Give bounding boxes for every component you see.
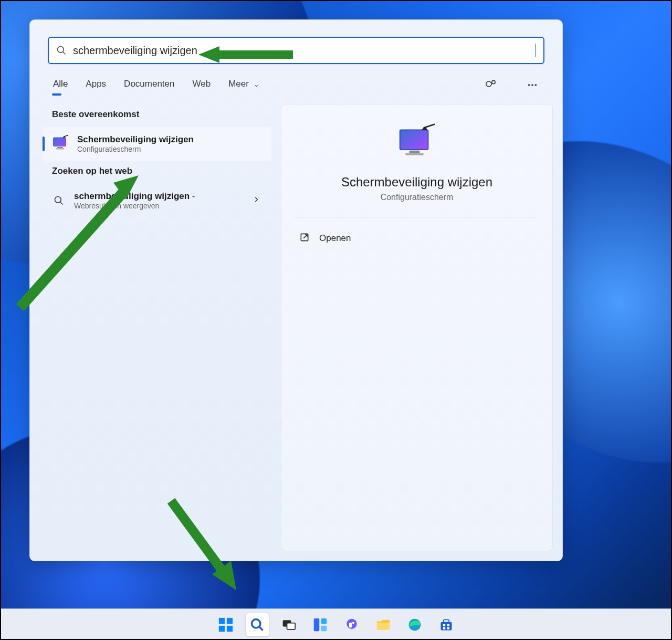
svg-rect-27 [227,617,233,623]
svg-point-5 [531,84,533,86]
filter-tabs: Alle Apps Documenten Web Meer ⌄ [30,71,562,104]
result-title-suffix: - [190,191,195,201]
svg-rect-44 [443,624,445,626]
search-bar[interactable]: schermbeveiliging wijzigen [48,37,544,64]
open-external-icon [299,232,310,245]
svg-point-2 [486,81,491,87]
tab-web[interactable]: Web [192,76,212,95]
action-open[interactable]: Openen [294,226,540,251]
svg-point-6 [535,84,537,86]
svg-point-4 [528,84,530,86]
search-icon [51,193,67,208]
svg-rect-29 [227,625,233,631]
svg-rect-16 [406,153,424,155]
more-options-button[interactable] [524,77,540,93]
svg-rect-46 [443,627,445,629]
chevron-down-icon: ⌄ [254,80,259,88]
svg-point-0 [58,47,64,53]
tab-label: Alle [53,79,68,89]
taskbar-taskview-button[interactable] [277,613,301,637]
divider [294,217,540,217]
chat-icon-button[interactable] [482,77,499,93]
result-subtitle: Configuratiescherm [77,145,194,153]
taskbar-widgets-button[interactable] [308,613,332,637]
action-label: Openen [319,233,351,244]
svg-rect-7 [54,138,66,146]
svg-rect-43 [444,620,449,622]
svg-rect-45 [447,624,449,626]
svg-line-13 [60,202,63,205]
svg-rect-9 [56,148,65,149]
result-title: schermbeveiliging wijzigen - [74,191,195,202]
svg-point-12 [55,197,61,203]
taskbar-file-explorer-button[interactable] [371,613,395,637]
monitor-icon [51,134,70,153]
web-search-heading: Zoeken op het web [43,161,271,184]
svg-point-30 [252,619,260,627]
best-match-heading: Beste overeenkomst [43,104,271,127]
taskbar-search-button[interactable] [245,613,269,637]
svg-rect-15 [410,151,420,153]
svg-rect-35 [321,618,327,624]
taskbar-store-button[interactable] [434,613,458,637]
chevron-right-icon [253,196,263,205]
result-title: Schermbeveiliging wijzigen [77,134,194,145]
taskbar [0,608,672,640]
preview-card: Schermbeveiliging wijzigen Configuraties… [281,104,553,551]
svg-rect-34 [314,618,320,631]
svg-rect-36 [321,625,327,631]
svg-rect-47 [447,627,449,629]
result-title-text: schermbeveiliging wijzigen [74,191,190,201]
taskbar-start-button[interactable] [214,613,238,637]
svg-rect-40 [377,623,390,629]
search-window: schermbeveiliging wijzigen Alle Apps Doc… [29,19,563,561]
tab-label: Meer [228,79,249,89]
tab-documents[interactable]: Documenten [123,76,175,95]
tab-all[interactable]: Alle [52,76,69,95]
results-list: Beste overeenkomst [39,104,271,551]
svg-rect-38 [349,622,352,627]
tab-label: Documenten [124,79,174,89]
svg-rect-33 [287,623,296,629]
preview-title: Schermbeveiliging wijzigen [341,175,492,190]
svg-line-1 [63,52,66,55]
svg-rect-28 [219,625,225,631]
tab-more[interactable]: Meer ⌄ [227,76,260,95]
svg-line-31 [259,627,262,630]
text-cursor [536,44,536,57]
taskbar-chat-button[interactable] [340,613,364,637]
svg-rect-8 [57,147,63,148]
preview-subtitle: Configuratiescherm [381,193,454,202]
svg-rect-14 [400,130,428,150]
svg-rect-39 [352,621,354,623]
svg-rect-42 [441,622,452,630]
svg-point-3 [492,80,495,83]
tab-label: Apps [86,79,106,89]
tab-label: Web [193,79,211,89]
result-web-search[interactable]: schermbeveiliging wijzigen - Webresultat… [43,184,271,217]
result-subtitle: Webresultaten weergeven [74,202,195,210]
search-icon [56,45,67,56]
search-input[interactable]: schermbeveiliging wijzigen [73,45,536,57]
result-best-match[interactable]: Schermbeveiliging wijzigen Configuraties… [43,127,271,161]
monitor-icon [394,122,439,167]
taskbar-edge-button[interactable] [403,613,427,637]
svg-rect-26 [219,617,225,623]
tab-apps[interactable]: Apps [85,76,107,95]
